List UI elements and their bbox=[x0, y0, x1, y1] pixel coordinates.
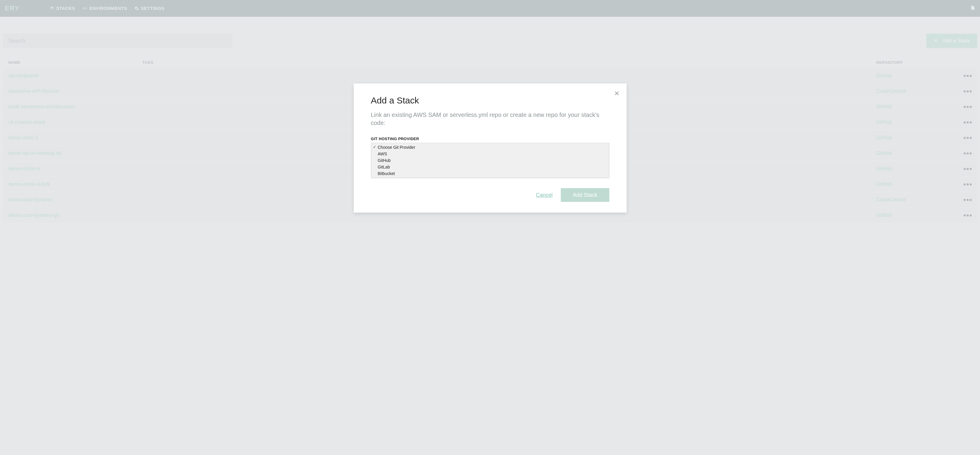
select-option[interactable]: GitHub bbox=[371, 157, 609, 164]
close-icon[interactable] bbox=[614, 90, 620, 98]
modal-actions: Cancel Add Stack bbox=[371, 188, 609, 202]
cancel-button[interactable]: Cancel bbox=[536, 192, 552, 198]
modal-overlay: Add a Stack Link an existing AWS SAM or … bbox=[0, 0, 980, 224]
add-stack-submit-button[interactable]: Add Stack bbox=[561, 188, 609, 202]
modal-description: Link an existing AWS SAM or serverless.y… bbox=[371, 111, 609, 127]
select-option[interactable]: Choose Git Provider bbox=[371, 143, 609, 150]
git-provider-label: GIT HOSTING PROVIDER bbox=[371, 137, 609, 141]
modal-title: Add a Stack bbox=[371, 96, 609, 105]
select-option[interactable]: AWS bbox=[371, 150, 609, 157]
git-provider-select[interactable]: Choose Git ProviderAWSGitHubGitLabBitbuc… bbox=[371, 143, 609, 178]
select-option[interactable]: Bitbucket bbox=[371, 170, 609, 178]
select-option[interactable]: GitLab bbox=[371, 164, 609, 170]
add-stack-modal: Add a Stack Link an existing AWS SAM or … bbox=[354, 83, 627, 212]
